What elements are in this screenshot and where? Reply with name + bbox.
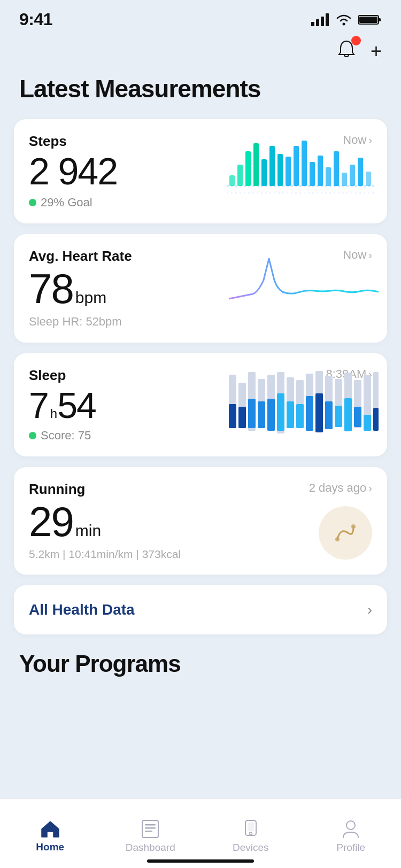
all-health-arrow: ›	[367, 601, 372, 618]
running-unit: min	[75, 522, 101, 540]
svg-rect-11	[245, 151, 251, 186]
sleep-score-dot	[29, 432, 36, 439]
nav-devices[interactable]: Devices	[200, 799, 301, 868]
header: +	[0, 35, 401, 74]
svg-rect-63	[145, 824, 156, 826]
hr-value: 78 bpm	[29, 268, 218, 309]
home-indicator	[147, 859, 254, 863]
sleep-card[interactable]: Sleep 8:39AM › 7 h 54 Score: 75	[14, 353, 387, 456]
steps-chart	[227, 135, 376, 199]
svg-rect-51	[296, 404, 304, 428]
svg-rect-3	[326, 13, 329, 26]
running-route-icon	[319, 506, 372, 560]
nav-dashboard-label: Dashboard	[126, 842, 175, 854]
svg-rect-16	[286, 157, 291, 186]
running-card-header: Running 2 days ago ›	[29, 481, 372, 498]
svg-rect-65	[145, 831, 152, 832]
nav-dashboard[interactable]: Dashboard	[101, 799, 201, 868]
svg-rect-44	[229, 404, 236, 428]
battery-icon	[358, 13, 382, 26]
hr-count: 78	[29, 268, 73, 309]
svg-rect-50	[287, 401, 294, 428]
svg-rect-52	[306, 396, 313, 431]
dashboard-icon	[141, 819, 159, 839]
wifi-icon	[335, 13, 353, 26]
svg-rect-19	[310, 162, 315, 186]
running-card[interactable]: Running 2 days ago › 29 min 5.2km | 10:4…	[14, 467, 387, 575]
svg-rect-20	[318, 156, 323, 186]
sleep-minutes: 54	[57, 387, 96, 423]
running-subtitle: 5.2km | 10:41min/km | 373kcal	[29, 548, 235, 561]
svg-rect-24	[350, 165, 355, 186]
svg-rect-10	[237, 165, 243, 186]
page-title: Latest Measurements	[0, 74, 401, 119]
nav-home[interactable]: Home	[0, 799, 101, 868]
all-health-data-button[interactable]: All Health Data ›	[14, 585, 387, 634]
svg-rect-58	[364, 415, 371, 431]
svg-rect-21	[326, 167, 331, 186]
running-count: 29	[29, 501, 73, 542]
svg-rect-17	[294, 146, 299, 186]
nav-devices-label: Devices	[233, 842, 269, 854]
svg-rect-67	[248, 823, 254, 831]
steps-card[interactable]: Steps Now › 2 942 29% Goal	[14, 119, 387, 223]
profile-icon	[342, 819, 360, 839]
bell-button[interactable]	[335, 39, 358, 64]
steps-subtitle: 29% Goal	[29, 196, 218, 210]
svg-rect-7	[359, 17, 377, 23]
svg-rect-45	[238, 407, 246, 428]
running-value: 29 min	[29, 501, 235, 542]
status-time: 9:41	[19, 10, 52, 29]
cards-container: Steps Now › 2 942 29% Goal	[0, 119, 401, 634]
svg-rect-55	[335, 406, 342, 427]
sleep-title: Sleep	[29, 367, 66, 384]
hr-title: Avg. Heart Rate	[29, 248, 132, 265]
nav-home-label: Home	[36, 841, 64, 853]
svg-rect-9	[229, 175, 235, 186]
sleep-hours: 7	[29, 387, 48, 423]
running-time: 2 days ago ›	[309, 481, 372, 495]
svg-rect-25	[358, 158, 363, 186]
running-time-arrow: ›	[368, 482, 372, 494]
svg-rect-12	[253, 143, 259, 186]
svg-rect-1	[316, 19, 319, 26]
svg-rect-26	[366, 172, 371, 186]
svg-point-68	[249, 832, 252, 835]
svg-rect-18	[302, 141, 307, 186]
svg-rect-14	[269, 146, 275, 186]
steps-value: 2 942	[29, 153, 218, 190]
your-programs-title: Your Programs	[19, 650, 382, 677]
nav-profile-label: Profile	[336, 842, 365, 854]
svg-rect-13	[261, 159, 267, 186]
sleep-subtitle: Score: 75	[29, 429, 218, 443]
sleep-value: 7 h 54	[29, 387, 218, 423]
svg-rect-15	[277, 154, 283, 186]
steps-goal-dot	[29, 199, 36, 206]
signal-icon	[311, 13, 329, 26]
running-title: Running	[29, 481, 85, 498]
add-button[interactable]: +	[371, 42, 382, 61]
svg-rect-46	[248, 399, 256, 428]
bottom-nav: Home Dashboard Devices Profile	[0, 799, 401, 868]
devices-icon	[242, 819, 260, 839]
steps-count: 2 942	[29, 153, 117, 190]
svg-rect-56	[344, 398, 352, 431]
svg-rect-48	[267, 399, 275, 431]
svg-point-4	[343, 22, 345, 25]
status-bar: 9:41	[0, 0, 401, 35]
sleep-chart	[229, 369, 379, 439]
hr-subtitle: Sleep HR: 52bpm	[29, 315, 218, 329]
svg-rect-54	[325, 401, 333, 429]
nav-profile[interactable]: Profile	[301, 799, 402, 868]
svg-rect-57	[354, 407, 361, 427]
sleep-h-label: h	[50, 406, 57, 421]
svg-rect-62	[142, 820, 158, 838]
svg-rect-59	[373, 408, 379, 431]
svg-rect-47	[258, 401, 265, 428]
svg-rect-2	[321, 17, 324, 26]
notification-badge	[351, 36, 361, 45]
status-icons	[311, 13, 382, 26]
heart-rate-card[interactable]: Avg. Heart Rate Now › 78 bpm Sleep HR: 5…	[14, 234, 387, 343]
svg-rect-64	[145, 827, 156, 829]
steps-title: Steps	[29, 133, 67, 150]
